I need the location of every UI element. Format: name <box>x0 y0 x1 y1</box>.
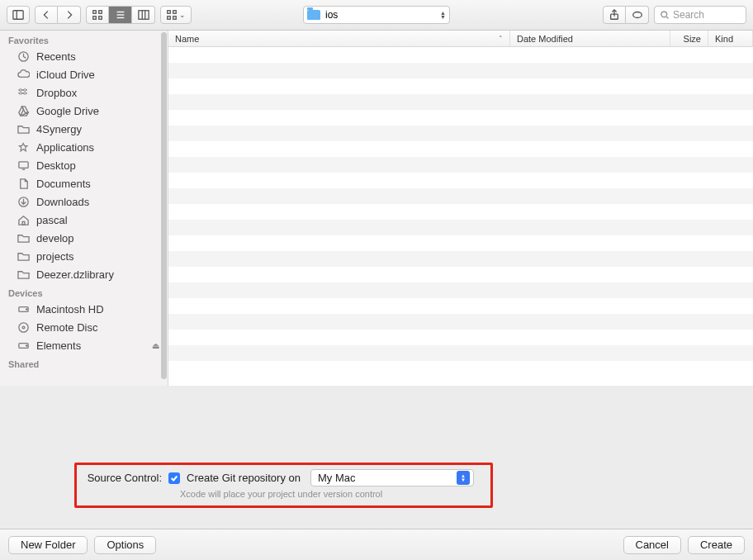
svg-rect-15 <box>173 17 177 20</box>
sidebar-item-projects[interactable]: projects <box>0 247 168 265</box>
back-button[interactable] <box>35 6 58 24</box>
sidebar-item-label: pascal <box>36 214 68 226</box>
list-row <box>168 204 753 220</box>
column-label: Size <box>684 34 701 44</box>
view-icons-button[interactable] <box>86 6 109 24</box>
svg-rect-24 <box>18 161 27 168</box>
svg-rect-12 <box>168 11 171 14</box>
git-location-value: My Mac <box>318 472 356 484</box>
sidebar-heading-favorites: Favorites <box>0 31 168 47</box>
forward-button[interactable] <box>58 6 81 24</box>
sidebar-item-elements[interactable]: Elements⏏ <box>0 336 168 354</box>
search-field[interactable]: Search <box>654 6 746 24</box>
sidebar-item-develop[interactable]: develop <box>0 229 168 247</box>
downloads-icon <box>17 195 30 208</box>
svg-point-33 <box>26 344 26 345</box>
list-row <box>168 78 753 94</box>
sidebar-item-icloud[interactable]: iCloud Drive <box>0 65 168 83</box>
disc-icon <box>17 320 30 334</box>
column-name[interactable]: Name˄ <box>168 31 510 46</box>
svg-rect-14 <box>168 17 171 20</box>
column-date[interactable]: Date Modified <box>510 31 670 46</box>
source-control-panel: Source Control: Create Git repository on… <box>0 386 753 529</box>
sidebar-toggle-button[interactable] <box>7 6 30 24</box>
sidebar-heading-shared: Shared <box>0 354 168 371</box>
column-label: Kind <box>715 34 733 44</box>
nav-group <box>35 6 81 24</box>
sidebar-item-label: Remote Disc <box>36 321 97 334</box>
sidebar-item-remote-disc[interactable]: Remote Disc <box>0 318 168 336</box>
clock-icon <box>17 50 30 63</box>
sidebar-item-deezer[interactable]: Deezer.dzlibrary <box>0 265 168 283</box>
cloud-icon <box>17 68 30 81</box>
options-button[interactable]: Options <box>94 536 156 554</box>
svg-point-31 <box>22 326 25 329</box>
file-list: Name˄ Date Modified Size Kind <box>168 31 753 386</box>
list-row <box>168 330 753 345</box>
sort-indicator-icon: ˄ <box>499 35 503 43</box>
toolbar: ⌄ ios ▲▼ Search <box>0 0 753 31</box>
list-row <box>168 126 753 141</box>
list-row <box>168 173 753 188</box>
sidebar-item-label: iCloud Drive <box>36 69 95 81</box>
sidebar-item-recents[interactable]: Recents <box>0 47 168 65</box>
folder-icon <box>17 122 30 135</box>
svg-rect-13 <box>173 11 177 14</box>
svg-point-30 <box>18 322 27 331</box>
create-button[interactable]: Create <box>688 536 745 554</box>
sidebar-item-label: Macintosh HD <box>36 303 104 316</box>
list-row <box>168 282 753 298</box>
group-by-button[interactable]: ⌄ <box>160 6 192 24</box>
git-location-select[interactable]: My Mac ▲▼ <box>310 469 474 486</box>
list-row <box>168 251 753 267</box>
svg-rect-4 <box>93 17 97 20</box>
sidebar-item-label: Elements <box>36 339 81 352</box>
svg-point-29 <box>26 308 26 309</box>
documents-icon <box>17 177 30 190</box>
search-icon <box>660 10 670 20</box>
eject-icon[interactable]: ⏏ <box>152 341 159 350</box>
sidebar-item-label: Documents <box>36 178 91 190</box>
dropbox-icon <box>17 86 30 99</box>
path-popup[interactable]: ios ▲▼ <box>303 6 450 24</box>
path-label: ios <box>325 9 338 21</box>
svg-rect-5 <box>99 17 102 20</box>
svg-rect-3 <box>99 11 102 14</box>
git-checkbox-label: Create Git repository on <box>187 472 301 484</box>
tags-button[interactable] <box>626 6 649 24</box>
git-checkbox[interactable] <box>168 472 180 484</box>
view-mode-group <box>86 6 155 24</box>
column-size[interactable]: Size <box>670 31 708 46</box>
svg-rect-0 <box>13 11 23 20</box>
chevron-updown-icon: ▲▼ <box>440 11 446 19</box>
sidebar-item-desktop[interactable]: Desktop <box>0 156 168 174</box>
sidebar-item-gdrive[interactable]: Google Drive <box>0 102 168 120</box>
list-row <box>168 298 753 314</box>
sidebar-item-dropbox[interactable]: Dropbox <box>0 83 168 102</box>
search-placeholder: Search <box>673 9 704 21</box>
sidebar-item-documents[interactable]: Documents <box>0 174 168 192</box>
column-label: Date Modified <box>517 34 573 44</box>
folder-icon <box>17 249 30 263</box>
sidebar-item-label: develop <box>36 232 74 244</box>
list-row <box>168 220 753 235</box>
folder-icon <box>17 268 30 281</box>
column-kind[interactable]: Kind <box>708 31 753 46</box>
view-list-button[interactable] <box>109 6 132 24</box>
svg-point-18 <box>661 12 667 17</box>
sidebar-item-applications[interactable]: Applications <box>0 138 168 156</box>
body: Favorites Recents iCloud Drive Dropbox G… <box>0 31 753 386</box>
desktop-icon <box>17 159 30 172</box>
sidebar-item-4synergy[interactable]: 4Synergy <box>0 120 168 138</box>
column-label: Name <box>175 34 199 44</box>
list-row <box>168 188 753 204</box>
sidebar-scrollbar[interactable] <box>161 32 167 379</box>
new-folder-button[interactable]: New Folder <box>8 536 88 554</box>
source-control-label: Source Control: <box>83 472 162 484</box>
sidebar-item-pascal[interactable]: pascal <box>0 211 168 229</box>
cancel-button[interactable]: Cancel <box>623 536 681 554</box>
share-button[interactable] <box>603 6 626 24</box>
view-columns-button[interactable] <box>132 6 155 24</box>
sidebar-item-downloads[interactable]: Downloads <box>0 192 168 211</box>
sidebar-item-macintosh-hd[interactable]: Macintosh HD <box>0 300 168 318</box>
